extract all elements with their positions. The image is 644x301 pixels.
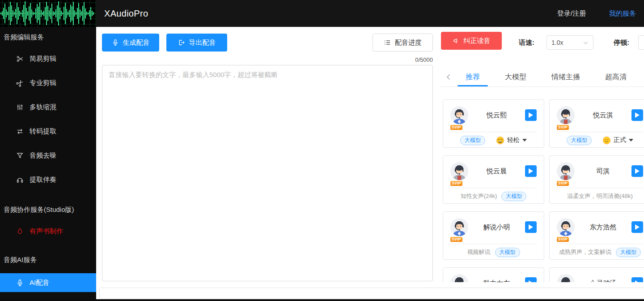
grin-emoji [496,136,504,145]
voice-card-meili-nvyou[interactable]: 魅力女友SVIP [443,267,544,282]
voice-tab-ultra-hd[interactable]: 超高清 [597,68,635,86]
sidebar-item-extract-accompaniment[interactable]: 提取伴奏 [0,168,96,192]
sidebar-item-label: 转码提取 [30,127,56,136]
voice-desc: 视频解说 [467,248,491,256]
login-register-link[interactable]: 登录/注册 [557,0,586,27]
bottom-bar [99,288,644,299]
my-services-link[interactable]: 我的服务 [609,0,636,27]
svip-badge: SVIP [557,237,569,242]
emotion-select[interactable]: 正式 [602,136,633,145]
dubbing-progress-button[interactable]: 配音进度 [373,34,433,52]
speaker-icon [453,37,460,44]
voice-desc: 成熟男声，文案解说 [559,248,611,256]
emotion-select[interactable]: 轻松 [496,136,527,145]
model-tag: 大模型 [616,248,641,257]
sidebar-item-audiobook[interactable]: 有声书制作 [0,219,96,243]
svip-badge: SVIP [450,237,462,242]
avatar [450,106,468,124]
export-dubbing-button[interactable]: 导出配音 [166,34,227,52]
sidebar-item-denoise[interactable]: 音频去噪 [0,143,96,168]
avatar [450,162,468,180]
play-button[interactable] [631,165,643,177]
sidebar-item-label: AI配音 [30,279,49,287]
sidebar-item-label: 音频去噪 [30,151,56,160]
avatar [557,218,575,236]
play-button[interactable] [525,277,537,282]
play-button[interactable] [525,221,537,233]
sidebar-item-label: 有声书制作 [30,227,63,236]
voice-name: 东方浩然 [575,223,631,232]
voice-name: 解说小明 [468,223,525,232]
card-divider [450,132,537,132]
voice-card-xinling-jitang[interactable]: 心灵鸡汤SVIP [549,267,644,282]
voice-name: 悦云淇 [575,111,631,120]
tts-text-input[interactable] [102,65,433,281]
sidebar-item-label: 提取伴奏 [30,176,56,184]
voice-tab-large-model[interactable]: 大模型 [497,68,534,86]
avatar [557,106,575,124]
card-divider [450,188,537,188]
card-divider [557,188,643,188]
voice-card-yueyunqi[interactable]: 悦云淇SVIP大模型正式 [549,99,644,148]
voice-name: 悦云熙 [468,111,525,120]
voice-card-jieshuo-xiaoming[interactable]: 解说小明SVIP视频解说大模型 [443,211,544,260]
voice-card-siqi[interactable]: 司淇SVIP温柔女声，明亮清脆(48k) [549,155,644,204]
voice-tab-recommended[interactable]: 推荐 [458,68,488,86]
dubbing-progress-label: 配音进度 [395,39,422,47]
speed-label: 语速: [519,39,534,47]
avatar [450,218,468,236]
avatar [450,274,468,282]
avatar [557,162,575,180]
sidebar-item-pro-cut[interactable]: 专业剪辑 [0,71,96,95]
voice-panel: 推荐大模型情绪主播超高清 悦云熙SVIP大模型轻松悦云淇SVIP大模型正式悦云晨… [441,67,644,282]
list-icon [384,39,391,46]
correct-pronunciation-label: 纠正读音 [464,37,491,45]
logo-waveform [0,0,96,27]
speed-value: 1.0x [551,39,563,46]
voice-desc: 温柔女声，明亮清脆(48k) [567,192,633,200]
svip-badge: SVIP [557,125,569,130]
voice-card-yueyunxi[interactable]: 悦云熙SVIP大模型轻松 [443,99,544,148]
voice-name: 心灵鸡汤 [575,279,631,283]
sidebar-item-ai-dubbing[interactable]: AI配音 [0,273,96,292]
voice-name: 悦云晨 [468,167,525,176]
model-tag: 大模型 [501,192,526,201]
card-divider [557,244,643,244]
swap-icon [16,128,24,135]
voice-name: 司淇 [575,167,631,176]
caret-down-icon [522,139,527,142]
scissors-icon [16,55,24,63]
sidebar-item-transcode-extract[interactable]: 转码提取 [0,119,96,143]
chevron-left-icon[interactable] [444,73,453,82]
caret-down-icon [629,139,633,142]
voice-desc: 知性女声(24k) [461,192,497,200]
play-button[interactable] [631,277,643,282]
card-divider [557,132,643,132]
pause-select[interactable] [638,35,644,50]
avatar [557,274,575,282]
play-button[interactable] [525,109,537,121]
sidebar-item-simple-cut[interactable]: 简易剪辑 [0,47,96,71]
voice-tab-emotion-host[interactable]: 情绪主播 [543,68,588,86]
sidebar-section: 音频协作服务(Studio版)有声书制作 [0,205,96,243]
voice-card-yueyunchen[interactable]: 悦云晨SVIP知性女声(24k)大模型 [443,155,544,204]
sidebar-section-header: 音频AI服务 [0,255,96,265]
voice-tabs: 推荐大模型情绪主播超高清 [441,67,644,87]
correct-pronunciation-button[interactable]: 纠正读音 [441,32,502,50]
sidebar-section: 音频编辑服务简易剪辑专业剪辑多轨缩混转码提取音频去噪提取伴奏 [0,32,96,192]
sidebar-item-label: 专业剪辑 [30,79,56,87]
voice-name: 魅力女友 [468,279,525,283]
scissors-alt-icon [16,79,24,87]
play-button[interactable] [525,165,537,177]
microphone-icon [112,39,119,46]
speed-select[interactable]: 1.0x [547,35,593,50]
svip-badge: SVIP [450,125,462,130]
voice-card-dongfang-haoran[interactable]: 东方浩然SVIP成熟男声，文案解说大模型 [549,211,644,260]
sidebar-item-multitrack-mix[interactable]: 多轨缩混 [0,95,96,119]
generate-dubbing-label: 生成配音 [123,39,150,47]
play-button[interactable] [631,221,643,233]
voice-card-grid: 悦云熙SVIP大模型轻松悦云淇SVIP大模型正式悦云晨SVIP知性女声(24k)… [441,99,644,282]
generate-dubbing-button[interactable]: 生成配音 [102,34,159,52]
headphones-icon [16,176,24,184]
play-button[interactable] [631,109,643,121]
